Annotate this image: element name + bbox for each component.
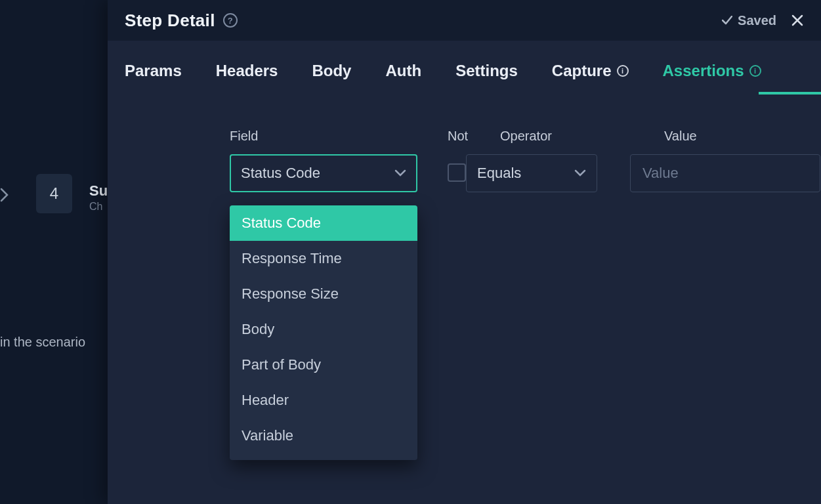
tab-bar: Params Headers Body Auth Settings Captur…	[108, 41, 821, 92]
field-option-response-time[interactable]: Response Time	[230, 241, 417, 276]
field-label: Field	[230, 129, 448, 144]
step-number-badge: 4	[36, 174, 72, 213]
field-option-variable[interactable]: Variable	[230, 418, 417, 453]
value-input[interactable]	[630, 154, 820, 192]
step-subtitle: Ch	[89, 201, 102, 213]
tab-label: Params	[125, 62, 182, 80]
value-label: Value	[664, 129, 697, 144]
tab-auth[interactable]: Auth	[385, 62, 421, 92]
field-option-part-of-body[interactable]: Part of Body	[230, 347, 417, 383]
tab-body[interactable]: Body	[312, 62, 351, 92]
tab-label: Assertions	[663, 62, 744, 80]
step-title: Su	[89, 182, 108, 200]
chevron-down-icon	[574, 169, 586, 177]
tab-label: Body	[312, 62, 351, 80]
tab-settings[interactable]: Settings	[455, 62, 518, 92]
tab-label: Settings	[455, 62, 518, 80]
chevron-right-icon	[0, 188, 9, 202]
tab-headers[interactable]: Headers	[216, 62, 278, 92]
field-select-value: Status Code	[241, 165, 320, 182]
panel-header: Step Detail ? Saved	[108, 0, 821, 41]
tab-assertions[interactable]: Assertionsi	[663, 62, 761, 92]
info-icon: i	[749, 65, 761, 77]
tab-params[interactable]: Params	[125, 62, 182, 92]
field-option-status-code[interactable]: Status Code	[230, 205, 417, 241]
info-icon: i	[617, 65, 629, 77]
operator-select[interactable]: Equals	[466, 154, 597, 192]
saved-indicator: Saved	[722, 13, 776, 28]
chevron-down-icon	[394, 169, 406, 177]
tab-label: Capture	[552, 62, 612, 80]
assertion-row: Field Not Operator Value Status Code Sta…	[230, 129, 804, 192]
tab-capture[interactable]: Capturei	[552, 62, 629, 92]
close-icon[interactable]	[791, 14, 804, 27]
operator-label: Operator	[500, 129, 664, 144]
panel-title: Step Detail	[125, 10, 215, 31]
active-tab-underline	[759, 92, 821, 94]
scenario-text: in the scenario	[0, 335, 85, 350]
not-checkbox[interactable]	[448, 163, 466, 182]
tab-label: Auth	[385, 62, 421, 80]
field-select[interactable]: Status Code	[230, 154, 417, 192]
field-dropdown: Status Code Response Time Response Size …	[230, 205, 417, 460]
field-option-header[interactable]: Header	[230, 383, 417, 418]
field-option-response-size[interactable]: Response Size	[230, 276, 417, 312]
not-label: Not	[448, 129, 500, 144]
saved-label: Saved	[738, 13, 776, 28]
check-icon	[722, 16, 732, 25]
field-option-body[interactable]: Body	[230, 312, 417, 347]
help-icon[interactable]: ?	[223, 13, 238, 28]
step-detail-panel: Step Detail ? Saved Params Headers Body …	[108, 0, 821, 504]
tab-label: Headers	[216, 62, 278, 80]
operator-select-value: Equals	[477, 165, 521, 182]
